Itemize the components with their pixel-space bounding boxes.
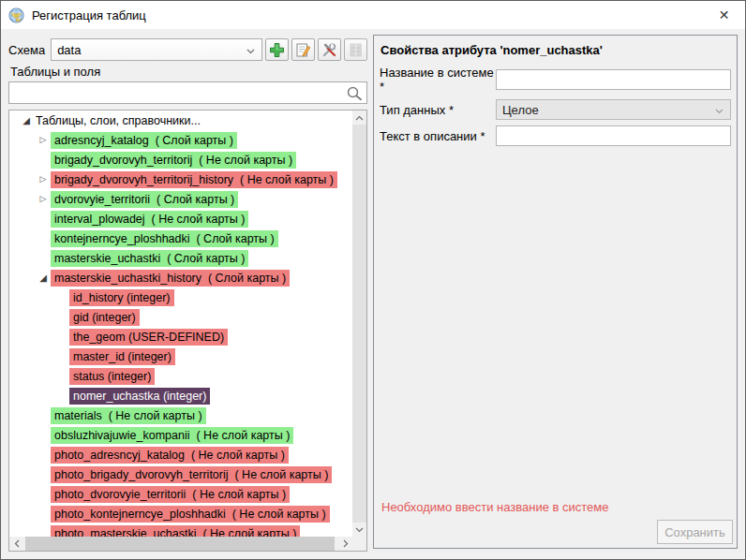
tree-item-label: nomer_uchastka (integer) — [69, 388, 210, 405]
tree-item[interactable]: ▷adresncyj_katalog ( Слой карты ) — [9, 130, 352, 150]
table-structure-icon — [348, 42, 364, 58]
tree-item-label: status (integer) — [69, 368, 155, 385]
search-input[interactable] — [11, 84, 345, 103]
tree-item-label: brigady_dvorovyh_territorij ( Не слой ка… — [51, 152, 296, 169]
tree-item[interactable]: photo_brigady_dvorovyh_territorij ( Не с… — [9, 464, 352, 484]
search-icon[interactable] — [346, 85, 363, 102]
tree-item-label: masterskie_uchastki_history ( Слой карты… — [51, 270, 290, 287]
tree-item[interactable]: obsluzhivajuwie_kompanii ( Не слой карты… — [9, 425, 352, 445]
data-type-label: Тип данных * — [380, 103, 496, 117]
system-name-input[interactable] — [496, 69, 731, 90]
tree-item[interactable]: masterskie_uchastki ( Слой карты ) — [9, 248, 352, 268]
properties-header: Свойства атрибута 'nomer_uchastka' — [380, 43, 731, 57]
tree-item[interactable]: ◢Таблицы, слои, справочники... — [9, 111, 352, 130]
globe-app-icon — [8, 7, 24, 23]
collapsed-arrow-icon[interactable]: ▷ — [36, 189, 51, 209]
schema-row: Схема data — [8, 38, 367, 61]
tree-item-label: photo_masterskie_uchastki ( Не слой карт… — [51, 525, 300, 538]
data-type-row: Тип данных * Целое — [380, 99, 731, 120]
dialog-window: Регистрация таблиц ✕ Схема data — [0, 0, 746, 560]
system-name-label: Название в системе * — [380, 66, 496, 94]
tree-item[interactable]: kontejnerncye_ploshhadki ( Слой карты ) — [9, 228, 352, 248]
tree-item-label: photo_brigady_dvorovyh_territorij ( Не с… — [51, 466, 332, 483]
scroll-right-icon[interactable] — [338, 537, 352, 551]
edit-table-icon — [295, 42, 311, 58]
expanded-arrow-icon[interactable]: ◢ — [36, 268, 51, 287]
tree-item[interactable]: interval_plowadej ( Не слой карты ) — [9, 209, 352, 228]
tree-item[interactable]: id_history (integer) — [9, 287, 352, 307]
tree-item[interactable]: ▷brigady_dvorovyh_territorij_history ( Н… — [9, 169, 352, 189]
data-type-value: Целое — [497, 103, 539, 117]
tree-item-label: interval_plowadej ( Не слой карты ) — [51, 211, 248, 228]
tree-item[interactable]: photo_adresncyj_katalog ( Не слой карты … — [9, 445, 352, 464]
add-table-button[interactable] — [265, 38, 289, 61]
tree-item-label: the_geom (USER-DEFINED) — [69, 329, 228, 346]
description-text-input[interactable] — [496, 125, 731, 146]
tables-fields-label: Таблицы и поля — [10, 65, 100, 79]
chevron-down-icon — [246, 49, 255, 54]
vertical-scroll-thumb[interactable] — [352, 125, 366, 523]
schema-selected-value: data — [52, 43, 81, 57]
scroll-left-icon[interactable] — [9, 537, 23, 551]
tree-item-label: photo_kontejnerncye_ploshhadki ( Не слой… — [51, 506, 330, 523]
scroll-up-icon[interactable] — [352, 111, 366, 125]
scrollbar-corner — [352, 537, 366, 551]
schema-label: Схема — [8, 43, 45, 57]
close-button[interactable]: ✕ — [703, 1, 745, 29]
add-plus-icon — [269, 42, 285, 58]
vertical-scrollbar[interactable] — [352, 111, 366, 537]
tree-item[interactable]: brigady_dvorovyh_territorij ( Не слой ка… — [9, 150, 352, 169]
tree-item[interactable]: photo_masterskie_uchastki ( Не слой карт… — [9, 523, 352, 537]
data-type-combobox: Целое — [496, 99, 731, 120]
tree-item-label: kontejnerncye_ploshhadki ( Слой карты ) — [51, 230, 278, 247]
attribute-properties-panel: Свойства атрибута 'nomer_uchastka' Назва… — [373, 35, 738, 549]
tree-item-label: obsluzhivajuwie_kompanii ( Не слой карты… — [51, 427, 293, 444]
horizontal-scrollbar[interactable] — [9, 537, 352, 551]
tree-item-label: master_id (integer) — [69, 348, 175, 365]
tables-tree: ◢Таблицы, слои, справочники...▷adresncyj… — [8, 110, 367, 552]
tree-item-label: id_history (integer) — [69, 289, 174, 306]
description-text-label: Текст в описании * — [380, 129, 496, 143]
tree-item-label: masterskie_uchastki ( Слой карты ) — [51, 250, 248, 267]
tree-item[interactable]: status (integer) — [9, 366, 352, 386]
tree-item[interactable]: ▷dvorovyie_territorii ( Слой карты ) — [9, 189, 352, 209]
schema-combobox[interactable]: data — [51, 38, 262, 61]
tree-item-label: Таблицы, слои, справочники... — [34, 112, 204, 129]
expanded-arrow-icon[interactable]: ◢ — [19, 111, 34, 130]
tree-item[interactable]: gid (integer) — [9, 307, 352, 327]
tree-item[interactable]: photo_dvorovyie_territorii ( Не слой кар… — [9, 484, 352, 504]
tools-wrench-icon — [321, 42, 337, 58]
tree-item-label: gid (integer) — [69, 309, 140, 326]
description-text-row: Текст в описании * — [380, 125, 731, 146]
chevron-down-icon — [715, 109, 724, 114]
tree-item[interactable]: photo_kontejnerncye_ploshhadki ( Не слой… — [9, 504, 352, 523]
tree-item-label: photo_dvorovyie_territorii ( Не слой кар… — [51, 486, 290, 503]
scroll-down-icon[interactable] — [352, 523, 366, 537]
tree-item-label: photo_adresncyj_katalog ( Не слой карты … — [51, 447, 289, 464]
tree-item-label: materials ( Не слой карты ) — [51, 407, 206, 424]
tree-item-label: dvorovyie_territorii ( Слой карты ) — [51, 191, 238, 208]
tree-item[interactable]: nomer_uchastka (integer) — [9, 386, 352, 405]
tree-item-label: brigady_dvorovyh_territorij_history ( Не… — [51, 171, 337, 188]
save-button[interactable]: Сохранить — [657, 520, 733, 544]
horizontal-scroll-thumb[interactable] — [25, 537, 335, 551]
table-settings-button[interactable] — [318, 38, 341, 61]
tree-item[interactable]: ◢masterskie_uchastki_history ( Слой карт… — [9, 268, 352, 287]
tree-item[interactable]: master_id (integer) — [9, 346, 352, 366]
search-box — [8, 81, 367, 104]
table-structure-button — [344, 38, 367, 61]
collapsed-arrow-icon[interactable]: ▷ — [36, 169, 51, 189]
window-title: Регистрация таблиц — [32, 8, 146, 22]
validation-warning: Необходимо ввести название в системе — [381, 500, 609, 514]
tree-rows: ◢Таблицы, слои, справочники...▷adresncyj… — [9, 111, 352, 537]
system-name-row: Название в системе * — [380, 66, 731, 94]
tree-item[interactable]: materials ( Не слой карты ) — [9, 405, 352, 425]
tree-item[interactable]: the_geom (USER-DEFINED) — [9, 327, 352, 346]
collapsed-arrow-icon[interactable]: ▷ — [36, 130, 51, 150]
edit-table-button[interactable] — [291, 38, 315, 61]
tree-item-label: adresncyj_katalog ( Слой карты ) — [51, 132, 237, 149]
title-bar: Регистрация таблиц ✕ — [1, 1, 745, 29]
